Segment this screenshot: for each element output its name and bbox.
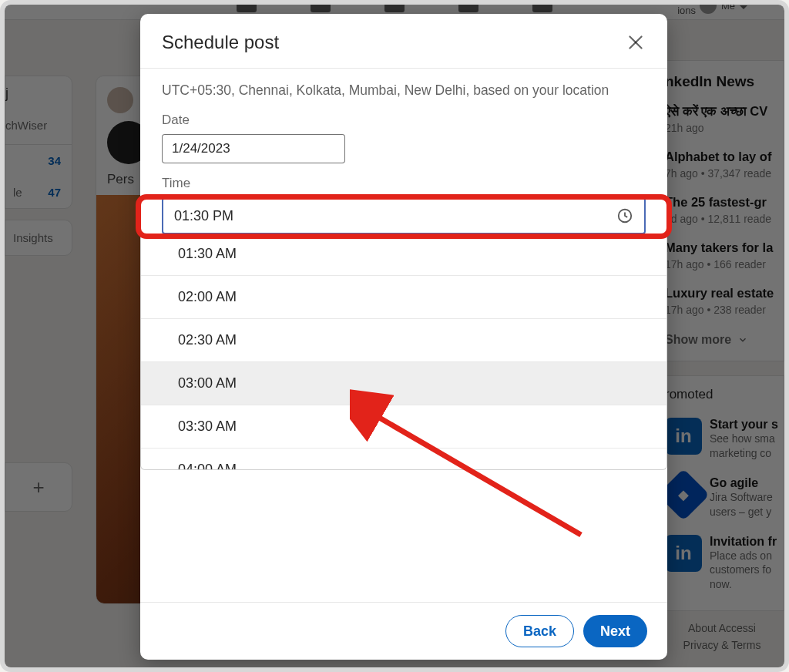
time-dropdown: 01:30 AM 02:00 AM 02:30 AM 03:00 AM 03:3…: [140, 233, 667, 470]
time-option[interactable]: 03:00 AM: [141, 361, 666, 405]
modal-header: Schedule post: [140, 14, 667, 69]
date-input[interactable]: [162, 134, 345, 163]
time-option[interactable]: 02:30 AM: [141, 318, 666, 361]
close-button[interactable]: [624, 31, 647, 54]
time-label: Time: [162, 176, 646, 191]
back-button[interactable]: Back: [505, 615, 574, 647]
time-option[interactable]: 04:00 AM: [141, 448, 666, 470]
close-icon: [626, 32, 646, 52]
next-button[interactable]: Next: [583, 615, 647, 647]
time-option[interactable]: 01:30 AM: [141, 233, 666, 275]
time-input-field[interactable]: [174, 208, 616, 224]
time-option[interactable]: 02:00 AM: [141, 275, 666, 318]
time-option[interactable]: 03:30 AM: [141, 405, 666, 448]
clock-icon: [616, 207, 633, 224]
timezone-text: UTC+05:30, Chennai, Kolkata, Mumbai, New…: [162, 82, 646, 99]
modal-title: Schedule post: [162, 32, 279, 53]
modal-body: UTC+05:30, Chennai, Kolkata, Mumbai, New…: [140, 69, 667, 602]
time-input[interactable]: [162, 197, 646, 234]
modal-footer: Back Next: [140, 602, 667, 660]
date-label: Date: [162, 113, 646, 128]
schedule-post-modal: Schedule post UTC+05:30, Chennai, Kolkat…: [140, 14, 667, 660]
